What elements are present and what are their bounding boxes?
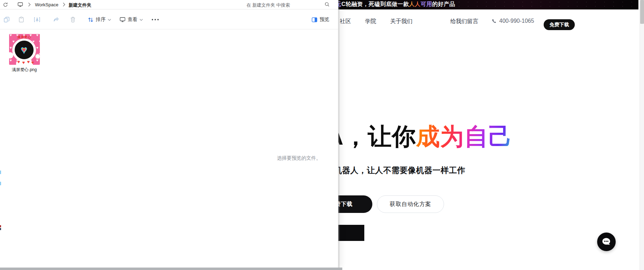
screen: 元C轮融资，死磕到底做一款人人可用的好产品 社区 学院 关于我们 给我们留言 4… xyxy=(0,0,644,270)
edge-artifact xyxy=(0,182,1,185)
copy-icon[interactable] xyxy=(3,16,10,23)
banner-segment: 可用 xyxy=(421,1,432,7)
hero-solution-button[interactable]: 获取自动化方案 xyxy=(377,195,444,213)
more-icon[interactable] xyxy=(151,18,159,21)
phone-group: 400-990-1065 xyxy=(492,18,534,24)
hero-subtitle: 机器人，让人不需要像机器一样工作 xyxy=(334,165,465,176)
phone-icon xyxy=(492,19,497,24)
promo-banner-text: 元C轮融资，死磕到底做一款人人可用的好产品 xyxy=(336,0,455,9)
file-tile[interactable]: ♥♥♥♥♥♥♥♥♥♥♥♥♥♥♥♥♥♥♥♥♥♥♥♥♥ 满屏爱心 ♥ ♥ ♥ ♥♥♥… xyxy=(8,34,41,73)
preview-pane-hint: 选择要预览的文件。 xyxy=(271,155,327,161)
hero-heading-gradient-red: 成为 xyxy=(416,123,464,150)
view-button[interactable]: 查看 xyxy=(120,10,143,29)
sort-icon xyxy=(87,17,94,23)
chevron-down-icon xyxy=(108,19,111,21)
preview-icon xyxy=(312,17,317,22)
view-label: 查看 xyxy=(128,16,137,23)
chevron-right-icon xyxy=(63,2,65,7)
file-manager-header: WorkSpace 新建文件夹 在 新建文件夹 中搜索 xyxy=(0,0,338,9)
chat-fab-button[interactable] xyxy=(597,233,616,251)
edge-artifact xyxy=(0,171,1,174)
preview-label: 预览 xyxy=(320,16,329,23)
file-thumbnail: ♥♥♥♥♥♥♥♥♥♥♥♥♥♥♥♥♥♥♥♥♥♥♥♥♥ 满屏爱心 ♥ ♥ ♥ ♥♥♥… xyxy=(9,34,40,65)
chevron-right-icon xyxy=(28,2,31,7)
robot-arm xyxy=(35,54,40,59)
search-icon[interactable] xyxy=(324,2,330,7)
edge-artifact xyxy=(0,225,1,227)
robot-face: ♥ ♥ ♥ xyxy=(15,41,34,59)
chat-icon xyxy=(601,237,612,247)
file-manager-toolbar: A 排序 查看 xyxy=(0,10,338,29)
search-input[interactable]: 在 新建文件夹 中搜索 xyxy=(246,2,290,8)
computer-icon[interactable] xyxy=(17,2,23,7)
thumb-title: 满屏爱心 xyxy=(9,35,40,40)
page-scrollbar-thumb[interactable] xyxy=(640,0,644,24)
hero-heading-gradient-purple: 自己 xyxy=(464,123,513,150)
refresh-button[interactable] xyxy=(3,2,8,7)
sort-label: 排序 xyxy=(96,16,106,23)
nav-download-button[interactable]: 免费下载 xyxy=(544,19,575,30)
rename-icon[interactable]: A xyxy=(34,16,41,23)
nav-link-contact[interactable]: 给我们留言 xyxy=(450,18,478,25)
paste-icon[interactable] xyxy=(18,16,24,23)
banner-segment: 的好产品 xyxy=(432,1,455,7)
nav-link-community[interactable]: 社区 xyxy=(340,18,351,25)
pixel-heart-inner: ♥ xyxy=(23,48,26,52)
nav-link-about[interactable]: 关于我们 xyxy=(390,18,413,25)
banner-segment: C轮融资，死磕到底做一款 xyxy=(342,1,409,7)
banner-segment: 人人 xyxy=(409,1,421,7)
page-scrollbar[interactable] xyxy=(639,0,644,270)
file-manager-window: WorkSpace 新建文件夹 在 新建文件夹 中搜索 A xyxy=(0,0,338,268)
delete-icon[interactable] xyxy=(70,16,76,23)
nav-link-academy[interactable]: 学院 xyxy=(365,18,376,25)
hero-heading-plain: A，让你 xyxy=(326,123,416,150)
preview-toggle-button[interactable]: 预览 xyxy=(312,10,329,29)
share-icon[interactable] xyxy=(53,16,59,23)
view-icon xyxy=(120,17,126,22)
phone-number[interactable]: 400-990-1065 xyxy=(499,18,534,24)
breadcrumb-root[interactable]: WorkSpace xyxy=(35,2,58,7)
edge-artifact xyxy=(0,228,1,230)
robot-arm xyxy=(9,52,13,58)
file-name-label: 满屏爱心.png xyxy=(8,67,41,73)
chevron-down-icon xyxy=(139,19,143,21)
window-bottom-edge xyxy=(0,268,342,270)
sort-button[interactable]: 排序 xyxy=(87,10,111,29)
hero-heading: A，让你成为自己 xyxy=(326,121,513,152)
breadcrumb-current[interactable]: 新建文件夹 xyxy=(69,2,91,8)
